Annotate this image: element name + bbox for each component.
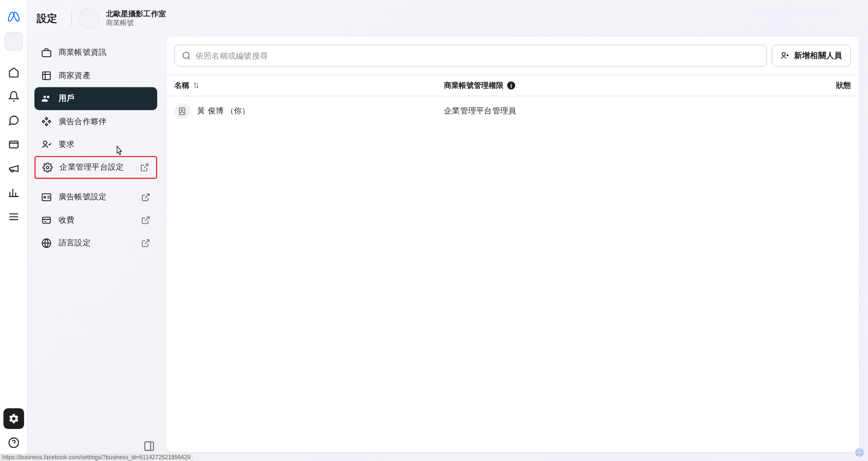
sidebar-item-business-assets[interactable]: 商家資產 bbox=[34, 64, 157, 87]
svg-point-14 bbox=[181, 109, 183, 111]
messages-icon[interactable] bbox=[3, 110, 24, 131]
external-link-icon bbox=[141, 238, 151, 248]
header-divider bbox=[71, 10, 72, 26]
content-icon[interactable] bbox=[3, 134, 24, 155]
external-link-icon bbox=[140, 163, 149, 172]
svg-point-5 bbox=[46, 166, 49, 169]
info-icon[interactable]: i bbox=[507, 81, 515, 89]
sidebar-item-label: 企業管理平台設定 bbox=[60, 162, 124, 172]
svg-point-11 bbox=[183, 52, 189, 58]
main-panel: 新增相關人員 名稱 商業帳號管理權限 i 狀態 黃 bbox=[166, 37, 859, 452]
user-avatar-icon bbox=[174, 103, 191, 119]
handshake-icon bbox=[41, 117, 52, 127]
assets-icon bbox=[41, 71, 52, 81]
users-icon bbox=[41, 93, 52, 104]
sidebar-item-business-manager-settings[interactable]: 企業管理平台設定 bbox=[34, 156, 157, 179]
sidebar-item-label: 收費 bbox=[59, 215, 75, 225]
account-avatar-icon bbox=[79, 8, 99, 28]
external-link-icon bbox=[141, 193, 151, 202]
megaphone-icon[interactable] bbox=[3, 158, 24, 179]
menu-icon[interactable] bbox=[3, 206, 24, 227]
add-button-label: 新增相關人員 bbox=[794, 51, 842, 61]
settings-sidebar: 商業帳號資訊 商家資產 用戶 廣告合作夥伴 要求 bbox=[34, 41, 157, 456]
sidebar-item-label: 廣告帳號設定 bbox=[59, 192, 107, 202]
collapse-sidebar-icon[interactable] bbox=[144, 441, 155, 452]
ad-account-icon bbox=[41, 192, 52, 202]
sidebar-item-requests[interactable]: 要求 bbox=[34, 133, 157, 156]
row-permission: 企業管理平台管理員 bbox=[444, 106, 516, 115]
sidebar-item-users[interactable]: 用戶 bbox=[34, 87, 157, 110]
account-switcher[interactable]: 北歐星攝影工作室 商業帳號 bbox=[79, 8, 166, 28]
sidebar-item-ad-partners[interactable]: 廣告合作夥伴 bbox=[34, 110, 157, 133]
sidebar-item-language[interactable]: 語言設定 bbox=[34, 232, 157, 255]
page-title: 設定 bbox=[37, 12, 57, 26]
svg-rect-2 bbox=[42, 51, 51, 57]
left-icon-rail bbox=[0, 0, 27, 461]
status-bar-url: https://business.facebook.com/settings/?… bbox=[0, 454, 192, 461]
settings-active-icon[interactable] bbox=[3, 408, 24, 429]
sidebar-item-label: 要求 bbox=[59, 139, 75, 150]
svg-point-12 bbox=[782, 53, 785, 56]
gear-icon bbox=[42, 162, 53, 172]
svg-rect-6 bbox=[42, 194, 51, 201]
external-link-icon bbox=[141, 216, 151, 225]
sidebar-item-billing[interactable]: 收費 bbox=[34, 209, 157, 231]
search-icon bbox=[182, 51, 191, 60]
svg-rect-3 bbox=[43, 72, 51, 80]
search-box[interactable] bbox=[174, 45, 767, 66]
sidebar-item-label: 用戶 bbox=[59, 93, 75, 104]
add-person-icon bbox=[780, 51, 789, 60]
sidebar-item-label: 商業帳號資訊 bbox=[59, 47, 107, 58]
insights-icon[interactable] bbox=[3, 182, 24, 203]
svg-point-4 bbox=[43, 141, 46, 145]
meta-logo-icon[interactable] bbox=[6, 7, 22, 23]
briefcase-icon bbox=[41, 47, 52, 58]
account-name: 北歐星攝影工作室 bbox=[106, 9, 166, 19]
sidebar-item-business-info[interactable]: 商業帳號資訊 bbox=[34, 41, 157, 64]
column-permission: 商業帳號管理權限 bbox=[444, 80, 504, 91]
search-input[interactable] bbox=[196, 51, 760, 60]
svg-rect-8 bbox=[43, 217, 51, 223]
help-icon[interactable] bbox=[3, 432, 24, 453]
person-check-icon bbox=[41, 139, 52, 150]
row-user-name: 黃 俊博 （你） bbox=[197, 106, 250, 116]
sidebar-item-ad-account-settings[interactable]: 廣告帳號設定 bbox=[34, 186, 157, 209]
notifications-icon[interactable] bbox=[3, 86, 24, 106]
table-row[interactable]: 黃 俊博 （你） 企業管理平台管理員 bbox=[166, 96, 859, 126]
business-avatar-icon[interactable] bbox=[4, 32, 22, 50]
column-name[interactable]: 名稱 bbox=[174, 80, 189, 91]
sidebar-item-label: 語言設定 bbox=[59, 238, 91, 248]
table-header: 名稱 商業帳號管理權限 i 狀態 bbox=[166, 74, 859, 96]
main-toolbar: 新增相關人員 bbox=[166, 37, 859, 74]
sidebar-item-label: 商家資產 bbox=[59, 71, 91, 81]
home-icon[interactable] bbox=[3, 62, 24, 82]
account-type: 商業帳號 bbox=[106, 19, 166, 27]
svg-point-7 bbox=[44, 197, 46, 198]
add-people-button[interactable]: 新增相關人員 bbox=[772, 45, 851, 66]
column-status: 狀態 bbox=[836, 81, 851, 90]
svg-rect-0 bbox=[9, 141, 18, 148]
sidebar-item-label: 廣告合作夥伴 bbox=[59, 117, 107, 127]
globe-language-icon[interactable] bbox=[854, 448, 864, 458]
billing-icon bbox=[41, 215, 52, 225]
page-header: 設定 北歐星攝影工作室 商業帳號 bbox=[27, 0, 868, 37]
globe-icon bbox=[41, 238, 52, 248]
svg-rect-10 bbox=[145, 442, 154, 451]
sort-icon[interactable] bbox=[193, 82, 200, 89]
